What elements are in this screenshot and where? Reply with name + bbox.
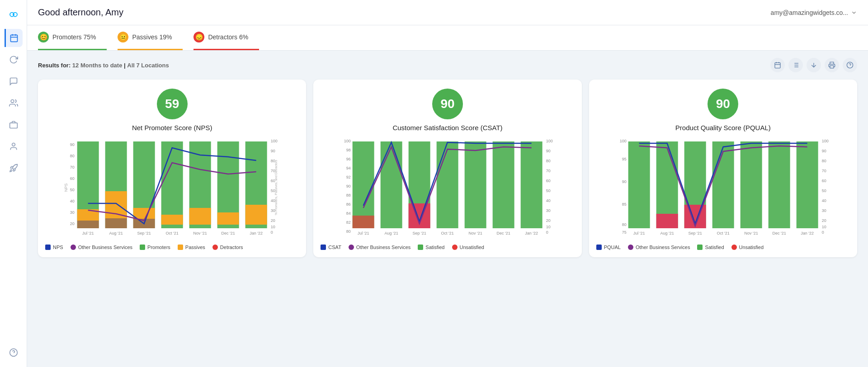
passives-icon: 😐	[118, 32, 128, 42]
svg-rect-2	[11, 35, 18, 42]
sidebar-item-chat[interactable]	[5, 72, 23, 90]
svg-text:10: 10	[821, 225, 826, 229]
pqual-satisfied-color	[697, 245, 703, 250]
svg-text:50: 50	[546, 188, 551, 193]
user-email: amy@amazingwidgets.co...	[771, 9, 848, 16]
svg-text:80: 80	[821, 159, 826, 163]
print-button[interactable]	[825, 58, 839, 72]
sort-icon	[810, 61, 817, 69]
svg-text:0: 0	[821, 230, 824, 235]
svg-text:82: 82	[346, 220, 351, 225]
legend-other-business: Other Business Services	[71, 245, 132, 250]
svg-point-8	[12, 143, 15, 146]
svg-rect-7	[9, 123, 17, 128]
nps-chart-card: 59 Net Promoter Score (NPS) 90 80 70 60 …	[38, 80, 306, 257]
pqual-chart-title: Product Quality Score (PQUAL)	[675, 124, 771, 132]
csat-chart-svg: 100 98 96 94 92 90 88 86 84 82 80 100 90	[321, 138, 574, 237]
tab-detractors[interactable]: 😞 Detractors 6%	[193, 25, 259, 50]
svg-rect-11	[775, 63, 780, 68]
svg-text:100: 100	[821, 139, 828, 143]
tab-promoters[interactable]: 😊 Promoters 75%	[38, 25, 107, 50]
filter-bar: Results for: 12 Months to date | All 7 L…	[38, 58, 857, 72]
svg-text:40: 40	[546, 198, 551, 203]
briefcase-icon	[9, 120, 18, 129]
passives-color	[178, 245, 183, 250]
calendar-view-icon	[774, 61, 781, 69]
svg-text:20: 20	[546, 218, 551, 223]
svg-text:0: 0	[271, 230, 273, 235]
svg-rect-22	[830, 66, 834, 68]
svg-text:80: 80	[622, 222, 626, 227]
sidebar-item-rocket[interactable]	[5, 159, 23, 177]
svg-text:Oct '21: Oct '21	[166, 231, 179, 235]
svg-text:60: 60	[821, 179, 826, 183]
help-circle-icon	[846, 61, 854, 69]
calendar-view-button[interactable]	[770, 58, 785, 72]
svg-text:Oct '21: Oct '21	[717, 231, 729, 235]
user-menu[interactable]: amy@amazingwidgets.co...	[771, 9, 857, 16]
svg-rect-130	[712, 141, 734, 228]
tab-promoters-label: Promoters 75%	[52, 33, 96, 41]
svg-rect-100	[521, 141, 542, 228]
svg-text:Jul '21: Jul '21	[358, 231, 369, 235]
svg-rect-93	[353, 216, 374, 228]
main-content: Good afternoon, Amy amy@amazingwidgets.c…	[27, 0, 868, 367]
svg-text:30: 30	[821, 208, 826, 213]
calendar-icon	[9, 33, 19, 42]
csat-unsatisfied-color	[452, 245, 458, 250]
csat-score-circle: 90	[432, 89, 463, 119]
nps-chart-title: Net Promoter Score (NPS)	[132, 124, 212, 132]
score-tabs-bar: 😊 Promoters 75% 😐 Passives 19% 😞 Detract…	[27, 25, 868, 51]
svg-text:40: 40	[70, 199, 75, 203]
legend-pqual-unsatisfied: Unsatisfied	[731, 245, 764, 250]
svg-text:Jan '22: Jan '22	[525, 231, 538, 235]
sidebar-item-help[interactable]	[5, 343, 23, 362]
tab-detractors-label: Detractors 6%	[208, 33, 248, 41]
sidebar-logo[interactable]	[5, 5, 23, 24]
sidebar-item-users[interactable]	[5, 94, 23, 112]
person-icon	[9, 142, 18, 151]
sidebar-item-calendar[interactable]	[5, 29, 23, 47]
sort-button[interactable]	[807, 58, 821, 72]
tab-passives-label: Passives 19%	[132, 33, 172, 41]
svg-text:% Promoters, Passives, and Det: % Promoters, Passives, and Detractors	[274, 160, 278, 215]
svg-text:60: 60	[546, 179, 551, 183]
svg-text:70: 70	[70, 165, 75, 169]
csat-color	[321, 245, 326, 250]
svg-text:100: 100	[271, 139, 278, 143]
svg-text:10: 10	[271, 225, 275, 229]
svg-text:50: 50	[821, 188, 826, 193]
svg-text:100: 100	[546, 139, 553, 143]
svg-rect-127	[656, 214, 678, 228]
sidebar-item-person[interactable]	[5, 137, 23, 155]
svg-text:80: 80	[346, 229, 351, 234]
svg-rect-58	[189, 208, 211, 225]
csat-chart-title: Customer Satisfaction Score (CSAT)	[392, 124, 502, 132]
help-button[interactable]	[843, 58, 857, 72]
sidebar-item-briefcase[interactable]	[5, 116, 23, 134]
tab-passives[interactable]: 😐 Passives 19%	[118, 25, 183, 50]
promoters-color	[140, 245, 145, 250]
legend-nps: NPS	[45, 245, 63, 250]
list-view-button[interactable]	[788, 58, 803, 72]
svg-text:60: 60	[70, 176, 75, 181]
pqual-other-biz-color	[628, 245, 633, 250]
refresh-icon	[9, 55, 18, 64]
svg-text:80: 80	[70, 154, 75, 158]
sidebar	[0, 0, 27, 367]
sidebar-item-refresh[interactable]	[5, 51, 23, 69]
list-view-icon	[792, 61, 799, 69]
nps-chart-area: 90 80 70 60 50 40 30 20 100 90 80 70 60	[45, 138, 299, 239]
legend-passives: Passives	[178, 245, 205, 250]
filter-period: 12 Months to date	[72, 62, 123, 69]
filter-text: Results for: 12 Months to date | All 7 L…	[38, 62, 169, 69]
svg-rect-132	[768, 141, 790, 228]
header: Good afternoon, Amy amy@amazingwidgets.c…	[27, 0, 868, 25]
print-icon	[828, 61, 835, 69]
svg-text:Sep '21: Sep '21	[688, 231, 702, 235]
svg-text:Oct '21: Oct '21	[441, 231, 454, 235]
legend-pqual: PQUAL	[596, 245, 621, 250]
svg-text:90: 90	[346, 184, 351, 188]
svg-text:Jul '21: Jul '21	[633, 231, 645, 235]
legend-promoters: Promoters	[140, 245, 170, 250]
